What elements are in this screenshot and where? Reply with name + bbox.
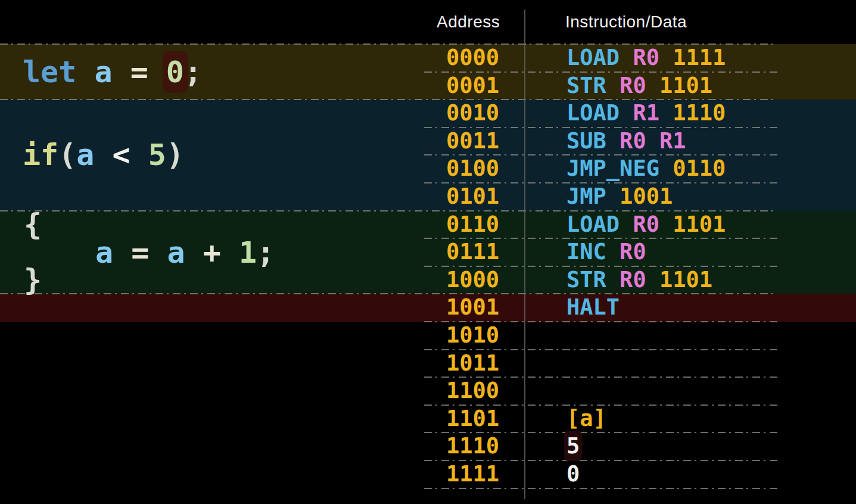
token: STR: [566, 73, 620, 98]
token: 1101: [673, 211, 726, 237]
column-header-instruction-data: Instruction/Data: [565, 13, 687, 32]
token: HALT: [566, 294, 620, 320]
instruction-cell: LOAD R1 1110: [566, 99, 726, 127]
address-cell: 1011: [446, 350, 499, 378]
token: 1: [239, 235, 257, 269]
token: if: [23, 138, 58, 172]
token: JMP_NEG: [566, 155, 673, 181]
token: 5: [566, 433, 580, 459]
instruction-cell: STR R0 1101: [566, 72, 712, 100]
instruction-cell: JMP_NEG 0110: [566, 155, 726, 183]
token: LOAD: [566, 45, 633, 70]
token: 1101: [659, 73, 712, 98]
token: a: [167, 235, 203, 269]
token: 0: [566, 461, 580, 487]
token: LOAD: [566, 211, 633, 237]
token: [a]: [566, 406, 606, 431]
instruction-cell: 5: [566, 433, 580, 461]
instruction-cell: LOAD R0 1101: [566, 211, 726, 239]
address-cell: 1010: [446, 322, 499, 350]
token: R0: [620, 73, 659, 98]
token: INC: [566, 239, 620, 265]
token: R0: [620, 239, 646, 265]
instruction-cell: 0: [566, 461, 580, 489]
section-band-halt: [0, 294, 856, 322]
token: 1110: [673, 100, 726, 126]
address-cell: 1110: [446, 433, 499, 461]
address-cell: 1001: [446, 294, 499, 322]
address-cell: 0100: [446, 155, 499, 183]
token: =: [130, 54, 166, 89]
address-cell: 0001: [446, 72, 499, 100]
token: {: [24, 207, 42, 241]
token: JMP: [566, 183, 620, 209]
token: }: [24, 263, 42, 297]
column-divider: [524, 10, 525, 499]
token: <: [113, 138, 148, 172]
token: a: [76, 138, 112, 172]
code-line-if: if(a < 5): [23, 139, 184, 172]
instruction-cell: JMP 1001: [566, 183, 673, 211]
token: 1101: [659, 267, 712, 293]
instruction-cell: LOAD R0 1111: [566, 44, 726, 72]
token: R1: [659, 128, 686, 154]
token: STR: [566, 267, 620, 293]
token: a: [95, 235, 131, 269]
column-header-address: Address: [437, 13, 500, 32]
token: 0: [166, 54, 184, 89]
address-cell: 1101: [446, 405, 499, 433]
instruction-cell: STR R0 1101: [566, 266, 712, 294]
address-cell: 0101: [446, 183, 499, 211]
token: (: [58, 138, 76, 172]
code-line-close-brace: }: [24, 264, 42, 297]
code-line-let: let a = 0;: [23, 55, 202, 88]
instruction-cell: SUB R0 R1: [566, 127, 686, 155]
address-cell: 0010: [446, 99, 499, 127]
instruction-cell: HALT: [566, 294, 620, 322]
address-cell: 1100: [446, 377, 499, 405]
code-line-open-brace: {: [24, 208, 42, 241]
token: 1111: [673, 45, 726, 70]
code-line-increment: a = a + 1;: [95, 236, 275, 269]
address-cell: 1111: [446, 461, 499, 489]
token: let: [23, 54, 94, 89]
instruction-cell: [a]: [566, 405, 606, 433]
token: ;: [257, 235, 275, 269]
token: 5: [148, 138, 166, 172]
address-cell: 1000: [446, 266, 499, 294]
token: =: [131, 235, 167, 269]
token: a: [94, 54, 130, 89]
token: R0: [620, 267, 659, 293]
address-cell: 0110: [446, 211, 499, 239]
token: 0110: [673, 155, 726, 181]
address-cell: 0000: [446, 44, 499, 72]
address-cell: 0111: [446, 238, 499, 266]
token: R0: [633, 45, 673, 70]
token: 1001: [620, 183, 673, 209]
token: R1: [633, 100, 673, 126]
token: ;: [184, 54, 202, 89]
token: LOAD: [566, 100, 633, 126]
token: ): [166, 138, 184, 172]
instruction-cell: INC R0: [566, 238, 646, 266]
token: SUB: [566, 128, 620, 154]
token: R0: [620, 128, 659, 154]
token: R0: [633, 211, 673, 237]
address-cell: 0011: [446, 127, 499, 155]
token: +: [203, 235, 239, 269]
code-to-memory-diagram: Address Instruction/Data 0000LOAD R0 111…: [0, 0, 856, 504]
